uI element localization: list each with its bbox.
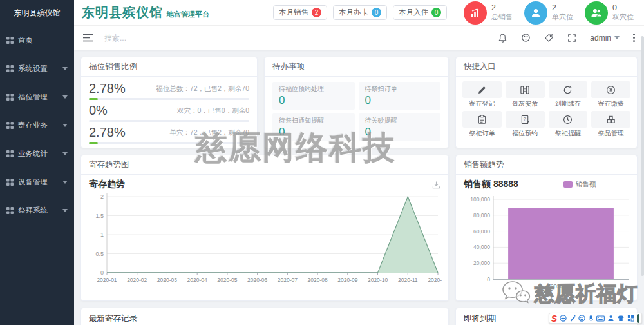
todo-item-sweep-notice[interactable]: 待祭扫通知提醒 0	[272, 113, 355, 141]
svg-text:2020-09: 2020-09	[337, 277, 357, 283]
progress-bar	[89, 98, 249, 100]
stat-double-niche: 0双穴位	[585, 1, 634, 25]
quick-storage-payment[interactable]: 寄存缴费	[591, 81, 630, 108]
renew-icon	[549, 81, 588, 98]
skin-icon[interactable]	[617, 315, 625, 322]
quick-ashes-placement[interactable]: 骨灰安放	[506, 81, 545, 108]
storage-trend-chart: 00.511.522020-012020-022020-032020-04202…	[89, 190, 442, 292]
ratio-caption: 单穴：72，已售2，剩余70	[169, 128, 249, 137]
todo-value: 0	[279, 94, 348, 107]
badge-count: 0	[372, 8, 381, 17]
chevron-down-icon	[62, 95, 68, 99]
sidebar-item-niche-management[interactable]: 福位管理	[0, 83, 74, 111]
quick-renew-storage[interactable]: 到期续存	[549, 81, 588, 108]
sidebar-item-label: 首页	[18, 35, 33, 45]
todo-item-reminder[interactable]: 待关砂提醒 0	[359, 113, 441, 141]
chart-icon	[464, 1, 487, 25]
sidebar-item-label: 祭拜系统	[18, 206, 48, 215]
svg-text:2020-03: 2020-03	[157, 277, 177, 283]
more-options-icon[interactable]	[633, 34, 635, 42]
todo-value: 0	[365, 94, 435, 107]
stat-value: 0	[612, 3, 634, 14]
svg-text:2020-02: 2020-02	[127, 277, 147, 283]
sidebar-item-label: 系统设置	[18, 64, 48, 74]
chevron-down-icon	[62, 209, 68, 212]
storage-trend-card: 寄存趋势图 寄存趋势 00.511.522020-012020-022020-0…	[80, 155, 449, 301]
grid-icon	[6, 150, 14, 157]
svg-text:1.5: 1.5	[95, 213, 104, 219]
svg-text:2020-04: 2020-04	[187, 277, 207, 283]
sidebar-item-business-stats[interactable]: 业务统计	[0, 139, 74, 168]
ratio-row-double: 0% 双穴：0，已售0，剩余0	[89, 103, 249, 122]
todo-item-niche-reservation[interactable]: 待福位预约处理 0	[272, 82, 355, 110]
sogou-ime-toolbar: S	[549, 313, 642, 324]
tab-latest-records[interactable]: 最新寄存记录	[89, 313, 137, 325]
badge-count: 2	[312, 8, 321, 17]
username: admin	[590, 34, 611, 43]
theme-palette-icon[interactable]	[521, 33, 531, 43]
chevron-down-icon	[62, 124, 68, 127]
svg-text:1: 1	[100, 231, 104, 238]
grid-icon	[6, 207, 14, 214]
svg-text:2020-08: 2020-08	[307, 277, 327, 283]
sidebar-item-storage-business[interactable]: 寄存业务	[0, 111, 74, 139]
toolbar: admin	[74, 26, 644, 50]
svg-text:?: ?	[523, 116, 526, 121]
svg-text:2020-06: 2020-06	[247, 277, 267, 283]
month-sales-badge[interactable]: 本月销售 2	[273, 5, 327, 20]
fullscreen-icon[interactable]	[567, 34, 576, 43]
search-input[interactable]	[104, 34, 298, 43]
stat-label: 总销售	[491, 13, 513, 22]
sidebar-item-label: 设备管理	[18, 177, 48, 187]
ime-drag-handle[interactable]	[637, 314, 639, 323]
quick-offerings-management[interactable]: 祭品管理	[591, 111, 630, 138]
user-menu[interactable]: admin	[590, 34, 620, 43]
handwriting-icon[interactable]	[607, 315, 614, 322]
toolbox-icon[interactable]	[627, 315, 634, 322]
sidebar-toggle-icon[interactable]	[83, 34, 93, 42]
chevron-down-icon	[614, 36, 620, 39]
tab-expiring[interactable]: 即将到期	[464, 313, 496, 325]
bell-icon[interactable]	[498, 33, 507, 43]
sidebar-item-worship-system[interactable]: 祭拜系统	[0, 196, 74, 224]
page-scrollbar[interactable]	[641, 36, 644, 276]
stat-value: 2	[491, 3, 513, 14]
mic-icon[interactable]	[588, 315, 594, 322]
ratio-caption: 福位总数：72，已售2，剩余70	[156, 84, 249, 94]
sidebar-item-home[interactable]: 首页	[0, 26, 74, 54]
tag-icon[interactable]	[544, 33, 554, 43]
quick-ritual-reminder[interactable]: 祭祀提醒	[549, 111, 588, 138]
month-checkin-badge[interactable]: 本月入住 0	[393, 5, 447, 20]
sogou-logo-icon[interactable]: S	[551, 314, 557, 323]
booking-icon: ?	[506, 111, 545, 128]
stat-label: 单穴位	[552, 13, 573, 22]
sidebar-item-system-settings[interactable]: 系统设置	[0, 54, 74, 83]
order-icon	[462, 111, 502, 128]
emoji-icon[interactable]	[578, 315, 585, 322]
user-icon	[524, 1, 547, 25]
lang-toggle-icon[interactable]	[560, 315, 567, 322]
svg-text:20,000: 20,000	[473, 260, 490, 266]
todo-value: 0	[279, 126, 348, 139]
pen-icon[interactable]	[569, 315, 576, 322]
svg-text:0: 0	[487, 276, 490, 282]
quick-entry-card: 快捷入口 寄存登记 骨灰安放 到期续存	[455, 57, 638, 148]
grid-icon	[6, 122, 14, 129]
month-cards-badge[interactable]: 本月办卡 0	[333, 5, 387, 20]
quick-ritual-orders[interactable]: 祭祀订单	[462, 111, 502, 138]
todo-item-sweep-orders[interactable]: 待祭扫订单 0	[359, 82, 441, 110]
header-bar: 东明县殡仪馆 地宫管理平台 本月销售 2 本月办卡 0 本月入住 0 2总销售	[74, 0, 644, 26]
chart-title: 销售额 88888	[464, 179, 518, 190]
svg-text:2020-07: 2020-07	[278, 277, 298, 283]
chart-legend[interactable]: 销售额	[564, 180, 596, 189]
badge-label: 本月入住	[399, 8, 428, 17]
quick-niche-booking[interactable]: ? 福位预约	[506, 111, 545, 138]
sidebar-item-device-management[interactable]: 设备管理	[0, 168, 74, 196]
quick-storage-register[interactable]: 寄存登记	[462, 81, 502, 108]
card-title: 福位销售比例	[81, 57, 257, 77]
ratio-percent: 0%	[89, 103, 108, 118]
svg-text:0: 0	[100, 270, 104, 276]
keyboard-icon[interactable]	[596, 315, 605, 322]
quick-label: 福位预约	[506, 129, 545, 138]
download-chart-icon[interactable]	[432, 181, 440, 189]
